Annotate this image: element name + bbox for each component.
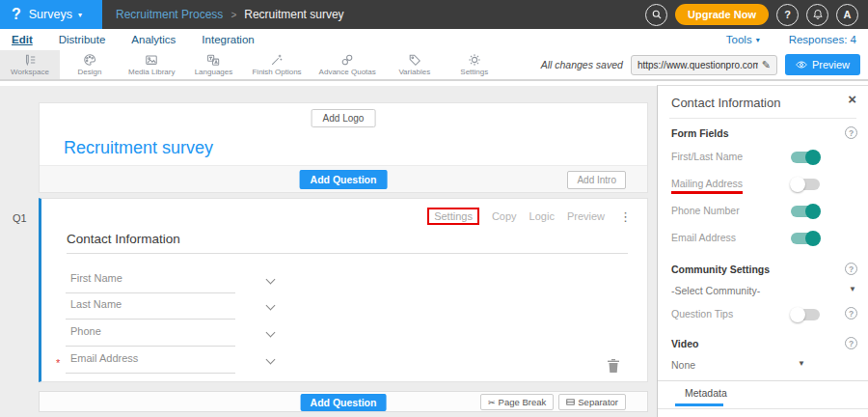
chevron-down-icon: ▼ [798,359,805,368]
question-settings-action[interactable]: Settings [427,208,479,225]
survey-header-footer: Add Question Add Intro [40,165,647,192]
tab-metadata[interactable]: Metadata [685,387,727,399]
video-heading: Video [671,338,698,349]
toolbar-variables[interactable]: Variables [385,50,445,79]
questionpro-survey-editor: ? Surveys ▾ Recruitment Process > Recrui… [0,0,868,417]
panel-divider [669,118,856,119]
toolbar-languages[interactable]: Languages [183,50,243,79]
chevron-down-icon[interactable] [266,275,276,285]
toggle-first-last-name[interactable] [791,152,820,163]
chevron-down-icon: ▾ [756,36,760,44]
question-logic-action[interactable]: Logic [529,210,555,222]
add-question-button-top[interactable]: Add Question [300,170,388,189]
form-fields-heading: Form Fields [671,127,729,139]
video-select[interactable]: None [671,359,695,371]
product-name: Surveys [29,8,72,21]
question-settings-panel: Contact Information × Form Fields ? Firs… [657,85,868,417]
scissors-icon: ✂ [488,398,496,407]
chevron-down-icon[interactable] [266,328,276,338]
chevron-down-icon[interactable] [266,355,276,365]
form-fields-help-icon[interactable]: ? [845,126,857,139]
breadcrumb: Recruitment Process > Recruitment survey [116,8,344,21]
toggle-question-tips[interactable] [791,309,820,320]
question-number-label: Q1 [13,212,27,224]
top-bar: ? Surveys ▾ Recruitment Process > Recrui… [0,0,868,29]
question-card: Settings Copy Logic Preview ⋮ Contact In… [39,198,648,382]
toggle-email-address[interactable] [791,233,820,244]
bell-icon [812,9,824,20]
search-button[interactable] [645,4,667,26]
add-intro-button[interactable]: Add Intro [567,171,626,189]
more-options-icon[interactable]: ⋮ [619,209,632,224]
breadcrumb-survey-name[interactable]: Recruitment survey [244,8,343,21]
translate-icon [206,53,220,67]
toolbar-right: All changes saved ✎ Preview [541,50,860,79]
tab-integration[interactable]: Integration [202,34,254,45]
tools-menu[interactable]: Tools ▾ [726,34,760,45]
field-last-name[interactable]: Last Name [66,298,235,320]
bottom-add-bar: Add Question ✂ Page Break Separator [39,391,648,412]
close-icon[interactable]: × [848,91,856,107]
tab-analytics[interactable]: Analytics [131,34,176,45]
question-action-row: Settings Copy Logic Preview ⋮ [427,208,632,225]
page-break-button[interactable]: ✂ Page Break [480,394,554,410]
toolbar-advance-quotas[interactable]: Advance Quotas [311,50,385,79]
chevron-down-icon[interactable] [266,301,276,311]
panel-title: Contact Information [671,96,780,110]
metadata-active-indicator [675,403,723,406]
notifications-button[interactable] [806,4,828,26]
toggle-knob [790,307,805,322]
editor-main: Add Logo Recruitment survey Add Question… [0,81,868,417]
video-help-icon[interactable]: ? [845,337,857,349]
search-icon [651,9,663,20]
breadcrumb-folder[interactable]: Recruitment Process [116,8,223,21]
toggle-knob [805,231,821,246]
question-preview-action[interactable]: Preview [567,210,605,222]
question-tips-help-icon[interactable]: ? [845,307,857,320]
toolbar-design[interactable]: Design [60,50,120,79]
toggle-mailing-address[interactable] [791,179,820,190]
community-select[interactable]: -Select Community- [671,285,760,296]
toggle-label-phone-number: Phone Number [671,205,740,216]
toolbar-media-library[interactable]: Media Library [120,50,183,79]
responses-link[interactable]: Responses: 4 [789,34,856,45]
survey-url-input[interactable] [637,60,758,70]
field-phone[interactable]: Phone [66,325,235,347]
field-first-name[interactable]: First Name [66,272,235,293]
red-annotation-underline [671,191,743,194]
eye-icon [796,60,807,70]
toggle-knob [790,177,805,192]
account-avatar[interactable]: A [836,4,858,26]
toolbar-settings[interactable]: Settings [445,50,504,79]
delete-question-icon[interactable] [607,358,620,374]
add-logo-button[interactable]: Add Logo [312,109,376,127]
chevron-down-icon: ▼ [849,285,856,293]
question-title-divider [67,253,628,254]
question-title[interactable]: Contact Information [67,232,180,246]
toggle-label-email-address: Email Address [671,232,736,243]
edit-url-icon[interactable]: ✎ [762,59,771,71]
separator-button[interactable]: Separator [558,394,626,410]
tab-edit[interactable]: Edit [12,34,33,45]
topbar-actions: Upgrade Now ? A [645,4,868,26]
survey-title[interactable]: Recruitment survey [64,138,213,158]
nav-tab-bar: Edit Distribute Analytics Integration To… [0,29,868,50]
field-email-address[interactable]: * Email Address [66,352,235,374]
preview-button[interactable]: Preview [785,54,860,75]
question-copy-action[interactable]: Copy [492,210,517,222]
magic-wand-icon [270,53,284,67]
separator-icon [566,398,575,406]
metadata-tabstrip-bottom [658,408,868,409]
gear-icon [468,53,481,67]
toggle-phone-number[interactable] [791,206,820,217]
toggle-knob [805,150,821,165]
tab-distribute[interactable]: Distribute [59,34,106,45]
help-button[interactable]: ? [776,4,799,26]
upgrade-now-button[interactable]: Upgrade Now [675,4,769,25]
community-settings-help-icon[interactable]: ? [845,263,857,275]
product-switcher[interactable]: ? Surveys ▾ [0,0,102,29]
add-question-button-bottom[interactable]: Add Question [301,394,387,411]
toolbar-workspace[interactable]: Workspace [0,50,60,79]
tools-label: Tools [726,34,752,45]
toolbar-finish-options[interactable]: Finish Options [243,50,310,79]
